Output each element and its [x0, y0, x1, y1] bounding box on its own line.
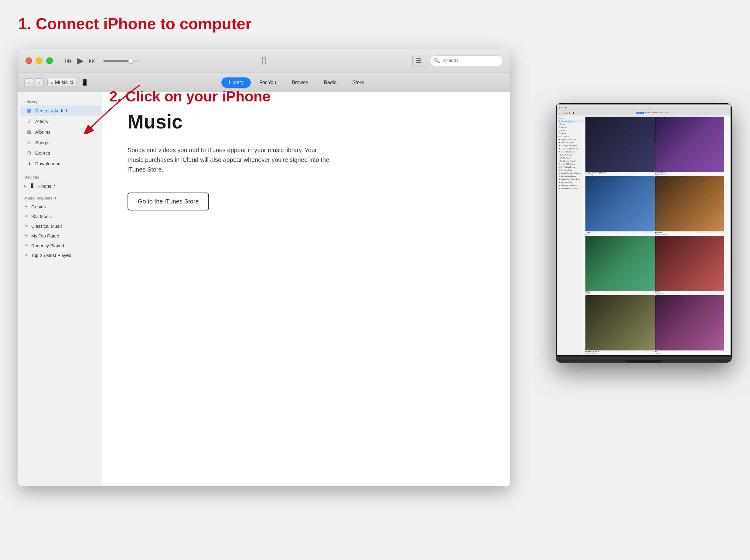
- iphone-device-label: iPhone 7: [37, 183, 55, 188]
- playlist-label: 90s Music: [31, 214, 52, 219]
- maximize-button[interactable]: [46, 57, 53, 64]
- sidebar-item-genres[interactable]: ⚙ Genres: [20, 147, 101, 158]
- sidebar-item-label: Downloaded: [35, 161, 60, 166]
- tab-browse[interactable]: Browse: [285, 77, 315, 88]
- playlists-header[interactable]: Music Playlists ▾: [18, 194, 103, 202]
- page-title: 1. Connect iPhone to computer: [18, 15, 252, 33]
- mini-sidebar: Library ▦ Recently Added ♩ Artists ▨ Alb…: [557, 115, 584, 355]
- search-box[interactable]: 🔍: [430, 55, 503, 66]
- iphone-icon[interactable]: 📱: [80, 79, 89, 86]
- mini-album-4: PersonA Edward Sharpe &...: [655, 176, 725, 235]
- macbook-body:  ‹ › ♪ Music ⇅ 📱 Library For You Browse…: [556, 103, 732, 363]
- tab-store[interactable]: Store: [345, 77, 371, 88]
- iphone-device-icon: 📱: [29, 183, 35, 188]
- genres-icon: ⚙: [26, 150, 32, 156]
- macbook-base: [556, 357, 732, 363]
- devices-label: Devices: [18, 173, 103, 181]
- minimize-button[interactable]: [36, 57, 42, 64]
- tab-library[interactable]: Library: [221, 77, 251, 88]
- playlist-label: Recently Played: [31, 243, 64, 248]
- playlist-top-25[interactable]: ✦ Top 25 Most Played: [18, 250, 103, 260]
- playlist-genius[interactable]: ✦ Genius: [18, 202, 103, 212]
- playlist-recently-played[interactable]: ✦ Recently Played: [18, 241, 103, 250]
- mini-sidebar-new-artists: ✦ New Artists: Indie: [557, 141, 584, 144]
- library-section-label: Library: [18, 97, 103, 105]
- itunes-store-button[interactable]: Go to the iTunes Store: [127, 193, 209, 211]
- mini-sidebar-weezer: ✦ Inspired by Weezer: [557, 150, 584, 153]
- nav-forward-button[interactable]: ›: [35, 78, 44, 87]
- playlist-label: Genius: [31, 204, 46, 209]
- sidebar-item-iphone7[interactable]: ▶ 📱 iPhone 7: [18, 181, 103, 191]
- playlist-icon-top-rated: ✦: [24, 233, 28, 238]
- mini-toolbar: ‹ › ♪ Music ⇅ 📱 Library For You Browse R…: [557, 111, 731, 115]
- search-icon: 🔍: [434, 58, 440, 63]
- playlist-90s-music[interactable]: ✦ 90s Music: [18, 212, 103, 221]
- rewind-button[interactable]: ⏮: [65, 57, 72, 65]
- chevron-down-icon: ▾: [54, 196, 57, 200]
- playlist-icon-genius: ✦: [24, 204, 28, 209]
- mini-album-3: Views Drake: [585, 176, 655, 235]
- search-input[interactable]: [442, 58, 499, 63]
- mini-titlebar: : [557, 104, 731, 111]
- sidebar-item-artists[interactable]: ♩ Artists: [20, 116, 101, 127]
- sidebar-item-recently-added[interactable]: ▦ Recently Added: [20, 105, 101, 116]
- mini-album-5: Ology Gallant: [585, 236, 655, 295]
- mini-sidebar-rnb: ✦ 2000s R&B Singers: [557, 162, 584, 165]
- mini-sidebar-workout: ✦ Best Workout Songs: [557, 175, 584, 178]
- window-controls: [25, 57, 53, 64]
- mini-sidebar-recently-added: ▦ Recently Added: [557, 120, 584, 123]
- chevron-right-icon: ▶: [24, 184, 27, 188]
- close-button[interactable]: [25, 57, 32, 64]
- content-description: Songs and videos you add to iTunes appea…: [127, 145, 334, 174]
- playlist-label: Top 25 Most Played: [31, 253, 72, 258]
- macbook-screen:  ‹ › ♪ Music ⇅ 📱 Library For You Browse…: [556, 103, 732, 357]
- content-title: Music: [127, 111, 486, 133]
- albums-icon: ▨: [26, 129, 32, 135]
- mini-sidebar-genres: ⚙ Genres: [557, 132, 584, 135]
- tab-radio[interactable]: Radio: [317, 77, 344, 88]
- nav-back-button[interactable]: ‹: [24, 78, 34, 87]
- sidebar-item-songs[interactable]: ♫ Songs: [20, 137, 101, 147]
- mini-sidebar-glam: ✦ 90s Glam Rock: [557, 168, 584, 172]
- fastforward-button[interactable]: ⏭: [89, 57, 96, 65]
- mini-sidebar-rolling-stones: ✦ Best of The Rolling Stones: [557, 172, 584, 175]
- downloaded-icon: ⬇: [26, 161, 32, 166]
- playlist-my-top-rated[interactable]: ✦ My Top Rated: [18, 231, 103, 241]
- recently-added-icon: ▦: [26, 108, 32, 114]
- chevron-up-down-icon: ⇅: [69, 80, 74, 85]
- playlist-label: My Top Rated: [31, 233, 59, 238]
- mini-sidebar-dinner-party: ✦ Classic Rock Dinner Party: [557, 178, 584, 181]
- devices-section: Devices ▶ 📱 iPhone 7: [18, 173, 103, 191]
- annotation-click-text: 2. Click on your iPhone: [109, 88, 270, 105]
- sidebar-item-label: Albums: [35, 129, 50, 135]
- itunes-window: ⏮ ▶ ⏭  ☰ 🔍 ‹ › ♪ Music ⇅ 📱 Library F: [18, 48, 510, 486]
- sidebar-item-label: Recently Added: [35, 108, 67, 113]
- mini-sidebar-top-rated: ○ My Top Rated: [557, 156, 584, 159]
- mini-album-8: RA Various: [655, 295, 725, 354]
- list-view-icon[interactable]: ☰: [412, 55, 425, 67]
- playlist-icon-recently-played: ✦: [24, 243, 28, 248]
- mini-sidebar-albums: ▨ Albums: [557, 126, 584, 129]
- sidebar-item-downloaded[interactable]: ⬇ Downloaded: [20, 158, 101, 169]
- mini-sidebar-recently-added2: ○ Recently Added: [557, 153, 584, 156]
- sidebar-item-label: Songs: [35, 140, 48, 145]
- songs-icon: ♫: [26, 140, 32, 145]
- sidebar-item-albums[interactable]: ▨ Albums: [20, 127, 101, 137]
- mini-album-7: Mumford & Sons Mumford & Sons: [585, 295, 655, 354]
- title-bar-right: ☰ 🔍: [412, 55, 503, 67]
- mini-sidebar-political: ✦ 60s Political Songs: [557, 165, 584, 168]
- music-note-icon: ♪: [51, 80, 53, 85]
- sidebar: Library ▦ Recently Added ♩ Artists ▨ Alb…: [18, 92, 103, 486]
- playlist-classical-music[interactable]: ✦ Classical Music: [18, 221, 103, 231]
- content-area: Library ▦ Recently Added ♩ Artists ▨ Alb…: [18, 92, 510, 486]
- music-selector[interactable]: ♪ Music ⇅: [47, 78, 77, 87]
- mini-sidebar-edm: ✦ EDM Work Out: [557, 181, 584, 184]
- mini-itunes:  ‹ › ♪ Music ⇅ 📱 Library For You Browse…: [557, 104, 731, 355]
- tab-for-you[interactable]: For You: [252, 77, 283, 88]
- volume-slider[interactable]: [103, 60, 140, 62]
- mini-album-6: Oh No Jeezy Lonisa: [655, 236, 725, 295]
- playlist-icon-classical: ✦: [24, 223, 28, 229]
- music-selector-label: Music: [55, 80, 68, 85]
- mini-sidebar-coldplay: ✦ Coldplay: Deep Cuts: [557, 138, 584, 141]
- play-button[interactable]: ▶: [77, 56, 84, 66]
